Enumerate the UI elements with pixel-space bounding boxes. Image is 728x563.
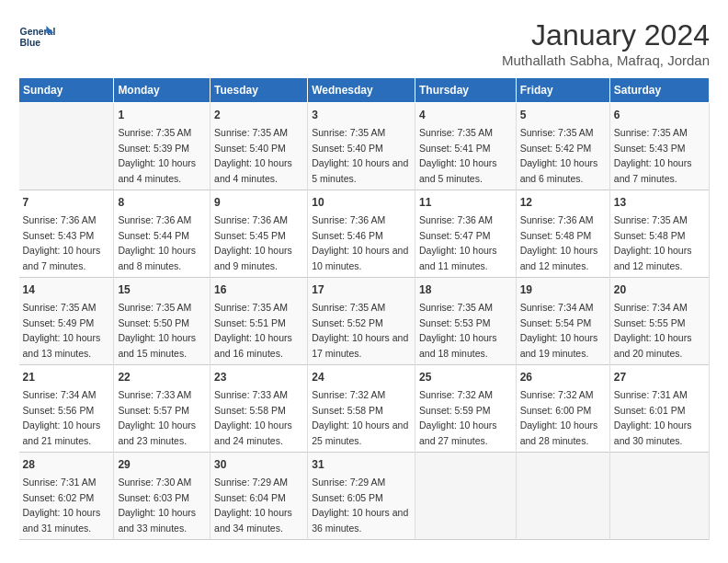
day-info: Sunrise: 7:32 AMSunset: 6:00 PMDaylight:… [520,389,598,446]
logo-icon: General Blue [18,18,55,55]
day-cell: 15 Sunrise: 7:35 AMSunset: 5:50 PMDaylig… [114,278,210,365]
day-cell: 22 Sunrise: 7:33 AMSunset: 5:57 PMDaylig… [114,365,210,453]
day-number: 4 [419,107,512,123]
week-row-3: 14 Sunrise: 7:35 AMSunset: 5:49 PMDaylig… [19,278,710,365]
day-cell: 6 Sunrise: 7:35 AMSunset: 5:43 PMDayligh… [609,103,709,190]
day-cell: 25 Sunrise: 7:32 AMSunset: 5:59 PMDaylig… [415,365,516,453]
day-info: Sunrise: 7:30 AMSunset: 6:03 PMDaylight:… [118,477,196,534]
week-row-2: 7 Sunrise: 7:36 AMSunset: 5:43 PMDayligh… [19,190,710,278]
day-cell: 13 Sunrise: 7:35 AMSunset: 5:48 PMDaylig… [609,190,709,278]
day-cell: 23 Sunrise: 7:33 AMSunset: 5:58 PMDaylig… [210,365,308,453]
day-cell: 17 Sunrise: 7:35 AMSunset: 5:52 PMDaylig… [308,278,415,365]
day-number: 9 [214,194,303,211]
day-info: Sunrise: 7:36 AMSunset: 5:44 PMDaylight:… [118,214,196,271]
day-number: 21 [23,369,110,385]
day-number: 31 [312,456,411,473]
day-number: 25 [419,369,512,385]
column-header-tuesday: Tuesday [210,78,308,103]
day-info: Sunrise: 7:31 AMSunset: 6:02 PMDaylight:… [23,477,101,534]
day-info: Sunrise: 7:36 AMSunset: 5:46 PMDaylight:… [312,214,408,271]
day-number: 12 [520,194,606,211]
day-cell: 10 Sunrise: 7:36 AMSunset: 5:46 PMDaylig… [308,190,415,278]
day-cell: 12 Sunrise: 7:36 AMSunset: 5:48 PMDaylig… [516,190,609,278]
day-cell [516,453,609,540]
day-number: 5 [520,107,606,123]
day-number: 15 [118,282,206,298]
day-cell: 3 Sunrise: 7:35 AMSunset: 5:40 PMDayligh… [308,103,415,190]
day-number: 1 [118,107,206,123]
day-number: 23 [214,369,303,385]
day-cell: 2 Sunrise: 7:35 AMSunset: 5:40 PMDayligh… [210,103,308,190]
day-cell: 4 Sunrise: 7:35 AMSunset: 5:41 PMDayligh… [415,103,516,190]
day-info: Sunrise: 7:34 AMSunset: 5:55 PMDaylight:… [614,302,692,359]
day-info: Sunrise: 7:35 AMSunset: 5:40 PMDaylight:… [312,127,408,184]
day-cell [609,453,709,540]
day-cell [19,103,114,190]
day-info: Sunrise: 7:32 AMSunset: 5:58 PMDaylight:… [312,389,408,446]
day-number: 2 [214,107,303,123]
day-cell: 1 Sunrise: 7:35 AMSunset: 5:39 PMDayligh… [114,103,210,190]
day-info: Sunrise: 7:35 AMSunset: 5:42 PMDaylight:… [520,127,598,184]
day-number: 22 [118,369,206,385]
day-cell: 27 Sunrise: 7:31 AMSunset: 6:01 PMDaylig… [609,365,709,453]
day-cell: 26 Sunrise: 7:32 AMSunset: 6:00 PMDaylig… [516,365,609,453]
day-info: Sunrise: 7:31 AMSunset: 6:01 PMDaylight:… [614,389,692,446]
day-number: 26 [520,369,606,385]
day-number: 10 [312,194,411,211]
day-info: Sunrise: 7:36 AMSunset: 5:47 PMDaylight:… [419,214,497,271]
column-header-thursday: Thursday [415,78,516,103]
calendar-table: SundayMondayTuesdayWednesdayThursdayFrid… [18,77,710,540]
day-cell: 11 Sunrise: 7:36 AMSunset: 5:47 PMDaylig… [415,190,516,278]
day-cell: 21 Sunrise: 7:34 AMSunset: 5:56 PMDaylig… [19,365,114,453]
day-info: Sunrise: 7:35 AMSunset: 5:41 PMDaylight:… [419,127,497,184]
day-cell: 18 Sunrise: 7:35 AMSunset: 5:53 PMDaylig… [415,278,516,365]
week-row-4: 21 Sunrise: 7:34 AMSunset: 5:56 PMDaylig… [19,365,710,453]
day-info: Sunrise: 7:35 AMSunset: 5:53 PMDaylight:… [419,302,497,359]
day-info: Sunrise: 7:36 AMSunset: 5:45 PMDaylight:… [214,214,292,271]
svg-text:Blue: Blue [20,38,41,48]
page-header: General Blue January 2024 Muthallath Sab… [18,18,710,68]
day-info: Sunrise: 7:35 AMSunset: 5:49 PMDaylight:… [23,302,101,359]
day-number: 11 [419,194,512,211]
day-number: 18 [419,282,512,298]
column-header-friday: Friday [516,78,609,103]
day-info: Sunrise: 7:35 AMSunset: 5:48 PMDaylight:… [614,214,692,271]
day-number: 17 [312,282,411,298]
day-number: 28 [23,456,110,473]
day-number: 3 [312,107,411,123]
column-header-sunday: Sunday [19,78,114,103]
column-header-wednesday: Wednesday [308,78,415,103]
day-cell: 29 Sunrise: 7:30 AMSunset: 6:03 PMDaylig… [114,453,210,540]
day-number: 24 [312,369,411,385]
week-row-5: 28 Sunrise: 7:31 AMSunset: 6:02 PMDaylig… [19,453,710,540]
location: Muthallath Sabha, Mafraq, Jordan [502,52,710,68]
day-info: Sunrise: 7:36 AMSunset: 5:43 PMDaylight:… [23,214,101,271]
day-number: 27 [614,369,705,385]
logo: General Blue [18,18,59,55]
day-number: 6 [614,107,705,123]
month-title: January 2024 [502,18,710,52]
week-row-1: 1 Sunrise: 7:35 AMSunset: 5:39 PMDayligh… [19,103,710,190]
day-info: Sunrise: 7:35 AMSunset: 5:51 PMDaylight:… [214,302,292,359]
day-info: Sunrise: 7:36 AMSunset: 5:48 PMDaylight:… [520,214,598,271]
day-cell: 28 Sunrise: 7:31 AMSunset: 6:02 PMDaylig… [19,453,114,540]
day-number: 19 [520,282,606,298]
day-number: 30 [214,456,303,473]
day-info: Sunrise: 7:35 AMSunset: 5:52 PMDaylight:… [312,302,408,359]
day-cell: 19 Sunrise: 7:34 AMSunset: 5:54 PMDaylig… [516,278,609,365]
day-info: Sunrise: 7:33 AMSunset: 5:57 PMDaylight:… [118,389,196,446]
day-number: 29 [118,456,206,473]
day-number: 8 [118,194,206,211]
day-cell: 7 Sunrise: 7:36 AMSunset: 5:43 PMDayligh… [19,190,114,278]
day-info: Sunrise: 7:32 AMSunset: 5:59 PMDaylight:… [419,389,497,446]
day-cell: 31 Sunrise: 7:29 AMSunset: 6:05 PMDaylig… [308,453,415,540]
day-info: Sunrise: 7:35 AMSunset: 5:40 PMDaylight:… [214,127,292,184]
day-number: 7 [23,194,110,211]
day-number: 20 [614,282,705,298]
day-cell: 20 Sunrise: 7:34 AMSunset: 5:55 PMDaylig… [609,278,709,365]
day-cell: 30 Sunrise: 7:29 AMSunset: 6:04 PMDaylig… [210,453,308,540]
day-info: Sunrise: 7:33 AMSunset: 5:58 PMDaylight:… [214,389,292,446]
day-cell: 8 Sunrise: 7:36 AMSunset: 5:44 PMDayligh… [114,190,210,278]
column-header-monday: Monday [114,78,210,103]
day-info: Sunrise: 7:35 AMSunset: 5:39 PMDaylight:… [118,127,196,184]
